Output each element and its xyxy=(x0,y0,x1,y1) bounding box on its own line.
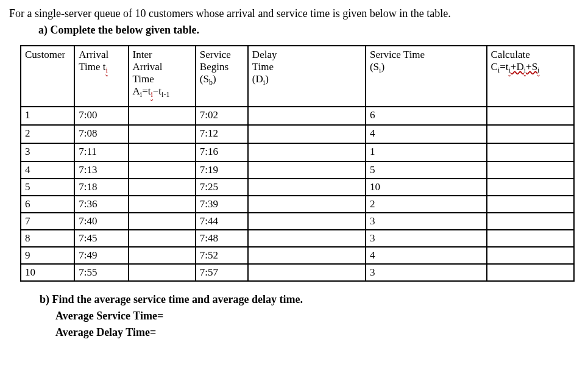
calc-f-c: C xyxy=(491,61,498,73)
cell-begins: 7:12 xyxy=(196,125,248,143)
table-row: 67:367:392 xyxy=(21,196,574,213)
cell-begins: 7:44 xyxy=(196,213,248,230)
cell-service: 5 xyxy=(366,162,487,179)
cell-delay xyxy=(248,179,366,196)
cell-delay xyxy=(248,162,366,179)
cell-service: 3 xyxy=(366,264,487,281)
header-delay: Delay Time (Di) xyxy=(248,46,366,107)
cell-inter xyxy=(129,125,196,143)
cell-arrival: 7:36 xyxy=(74,196,128,213)
cell-calc xyxy=(487,125,575,143)
avg-delay-label: Average Delay Time= xyxy=(55,324,579,341)
calc-f-p1: +D xyxy=(511,61,524,73)
part-a-heading: a) Complete the below given table. xyxy=(38,24,579,37)
table-row: 57:187:2510 xyxy=(21,179,574,196)
header-row: Customer Arrival Time ti Inter Arrival T… xyxy=(21,46,574,107)
header-arrival: Arrival Time ti xyxy=(74,46,128,107)
cell-arrival: 7:49 xyxy=(74,247,128,264)
cell-customer: 3 xyxy=(21,143,74,162)
table-row: 17:007:026 xyxy=(21,107,574,125)
begins-s2-pre: (S xyxy=(200,73,209,85)
cell-calc xyxy=(487,264,575,281)
header-customer: Customer xyxy=(21,46,74,107)
cell-begins: 7:02 xyxy=(196,107,248,125)
cell-begins: 7:25 xyxy=(196,179,248,196)
cell-begins: 7:52 xyxy=(196,247,248,264)
cell-delay xyxy=(248,107,366,125)
cell-customer: 1 xyxy=(21,107,74,125)
header-begins: Service Begins (Sb) xyxy=(196,46,248,107)
cell-inter xyxy=(129,162,196,179)
header-customer-text: Customer xyxy=(25,49,70,61)
header-service-main: Service Time xyxy=(370,49,483,61)
service-s-suf: ) xyxy=(381,61,384,73)
calc-f-s4: i xyxy=(537,66,539,75)
header-inter: Inter Arrival Time Ai=ti−ti-1 xyxy=(129,46,196,107)
header-begins-sub1: Begins xyxy=(200,61,244,73)
cell-delay xyxy=(248,125,366,143)
calc-f-p2: +S xyxy=(526,61,537,73)
header-calc-main: Calculate xyxy=(491,49,570,61)
cell-arrival: 7:00 xyxy=(74,107,128,125)
cell-service: 3 xyxy=(366,213,487,230)
table-row: 97:497:524 xyxy=(21,247,574,264)
cell-delay xyxy=(248,143,366,162)
inter-f-mid: =t xyxy=(142,85,151,97)
cell-delay xyxy=(248,247,366,264)
cell-calc xyxy=(487,162,575,179)
cell-service: 2 xyxy=(366,196,487,213)
cell-calc xyxy=(487,179,575,196)
inter-f-a: A xyxy=(133,85,140,97)
header-arrival-prefix: Time t xyxy=(79,61,105,73)
header-inter-formula: Ai=ti−ti-1 xyxy=(133,85,191,99)
header-delay-sub1: Time xyxy=(252,61,361,73)
cell-inter xyxy=(129,179,196,196)
cell-calc xyxy=(487,196,575,213)
header-arrival-main: Arrival xyxy=(79,49,124,61)
cell-service: 4 xyxy=(366,125,487,143)
part-b-heading: b) Find the average service time and ave… xyxy=(40,291,579,308)
cell-service: 3 xyxy=(366,230,487,247)
cell-arrival: 7:40 xyxy=(74,213,128,230)
inter-f-dash: −t xyxy=(153,85,161,97)
cell-delay xyxy=(248,196,366,213)
cell-calc xyxy=(487,247,575,264)
calc-f-eq: =t xyxy=(500,61,508,73)
cell-inter xyxy=(129,143,196,162)
header-calc: Calculate Ci=ti+Di+Si xyxy=(487,46,575,107)
cell-arrival: 7:45 xyxy=(74,230,128,247)
cell-inter xyxy=(129,264,196,281)
cell-arrival: 7:08 xyxy=(74,125,128,143)
header-service-sub: (Si) xyxy=(370,61,483,75)
header-calc-formula: Ci=ti+Di+Si xyxy=(491,61,570,75)
cell-inter xyxy=(129,107,196,125)
header-delay-main: Delay xyxy=(252,49,361,61)
cell-inter xyxy=(129,247,196,264)
queue-table: Customer Arrival Time ti Inter Arrival T… xyxy=(20,45,575,282)
avg-service-label: Average Service Time= xyxy=(55,308,579,324)
cell-service: 1 xyxy=(366,143,487,162)
cell-delay xyxy=(248,213,366,230)
table-row: 77:407:443 xyxy=(21,213,574,230)
table-row: 107:557:573 xyxy=(21,264,574,281)
delay-s2-suf: ) xyxy=(265,73,269,85)
header-inter-sub2: Time xyxy=(133,73,191,85)
cell-inter xyxy=(129,213,196,230)
cell-calc xyxy=(487,230,575,247)
table-body: 17:007:02627:087:12437:117:16147:137:195… xyxy=(21,107,574,281)
cell-begins: 7:19 xyxy=(196,162,248,179)
cell-inter xyxy=(129,196,196,213)
header-arrival-sub: Time ti xyxy=(79,61,124,75)
header-inter-main: Inter xyxy=(133,49,191,61)
header-inter-sub1: Arrival xyxy=(133,61,191,73)
inter-f-s3: i-1 xyxy=(161,91,169,99)
cell-customer: 7 xyxy=(21,213,74,230)
cell-customer: 2 xyxy=(21,125,74,143)
cell-begins: 7:48 xyxy=(196,230,248,247)
header-delay-sub2: (Di) xyxy=(252,73,361,87)
cell-arrival: 7:18 xyxy=(74,179,128,196)
table-row: 37:117:161 xyxy=(21,143,574,162)
header-begins-main: Service xyxy=(200,49,244,61)
cell-service: 6 xyxy=(366,107,487,125)
cell-delay xyxy=(248,264,366,281)
